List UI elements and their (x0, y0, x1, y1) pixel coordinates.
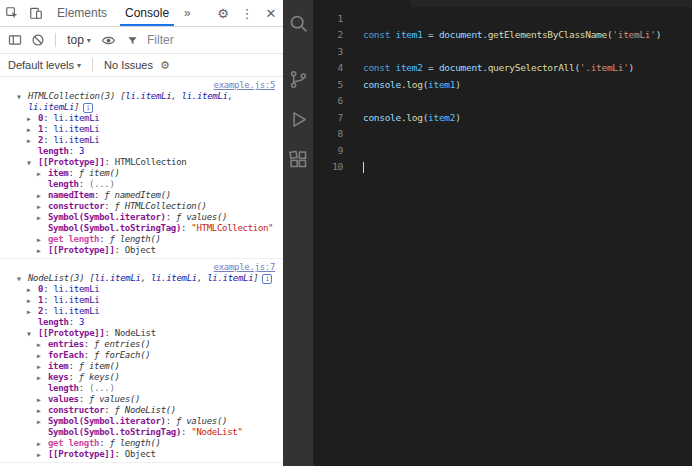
console-row: ▼[[Prototype]]: NodeList (0, 328, 283, 339)
token-key: item (48, 361, 68, 371)
javascript-context-dropdown[interactable]: top ▾ (62, 33, 96, 47)
token-node: li.itemLi (53, 306, 99, 316)
expand-arrow-icon[interactable]: ▶ (37, 246, 41, 257)
token-plain: : (115, 449, 125, 459)
device-toolbar-icon[interactable] (24, 0, 48, 26)
close-icon[interactable]: ✕ (259, 0, 283, 26)
console-row: ▶Symbol(Symbol.iterator): ƒ values() (0, 212, 283, 223)
code-line[interactable]: 3 (313, 43, 692, 60)
code-token-plain: ) (629, 62, 634, 73)
tab-elements[interactable]: Elements (48, 0, 116, 26)
info-icon[interactable]: i (262, 274, 272, 284)
search-icon[interactable] (283, 6, 313, 40)
inspect-element-icon[interactable] (0, 0, 24, 26)
token-plain: : (68, 168, 78, 178)
editor-pane: 12const item1 = document.getElementsByCl… (313, 0, 692, 466)
console-row: ▶entries: ƒ entries() (0, 339, 283, 350)
token-key: Symbol(Symbol.iterator) (48, 416, 166, 426)
token-plain: : (43, 135, 53, 145)
expand-arrow-icon[interactable]: ▶ (37, 450, 41, 461)
source-link[interactable]: example.js:7 (0, 262, 283, 273)
token-plain: : (79, 179, 89, 189)
console-row: Symbol(Symbol.toStringTag): "HTMLCollect… (0, 223, 283, 234)
settings-gear-icon[interactable]: ⚙ (211, 0, 235, 26)
info-icon[interactable]: i (83, 103, 93, 113)
token-nodei: li.itemLi (28, 102, 74, 112)
devtools-tabbar-actions: ⚙ ⋮ ✕ (211, 0, 283, 26)
issues-status[interactable]: No Issues (104, 59, 153, 71)
filter-funnel-icon (121, 35, 143, 46)
issues-gear-icon[interactable]: ⚙ (160, 59, 170, 72)
tab-console[interactable]: Console (116, 0, 178, 26)
code-line[interactable]: 9 (313, 142, 692, 159)
token-obj: NodeList(3) [ (28, 273, 95, 283)
clear-console-icon[interactable] (28, 33, 50, 47)
token-plain: Object (125, 245, 156, 255)
code-line[interactable]: 2const item1 = document.getElementsByCla… (313, 27, 692, 44)
token-key: [[Prototype]] (38, 328, 105, 338)
token-obj: , (228, 91, 233, 101)
run-debug-icon[interactable] (283, 102, 313, 136)
code-line[interactable]: 10 (313, 159, 692, 176)
console-sidebar-icon[interactable] (4, 33, 26, 47)
console-row: ▼[[Prototype]]: HTMLCollection (0, 157, 283, 168)
line-number: 10 (313, 161, 343, 172)
console-row: ▶item: ƒ item() (0, 168, 283, 179)
token-key: Symbol(Symbol.toStringTag) (48, 223, 181, 233)
console-levels-bar: Default levels ▾ No Issues ⚙ (0, 54, 283, 77)
devtools-tabs: ElementsConsole (48, 0, 178, 26)
console-entry: example.js:7▼NodeList(3) [li.itemLi, li.… (0, 259, 283, 463)
token-plain: : (105, 328, 115, 338)
token-plain: : (43, 124, 53, 134)
token-obj: , (141, 273, 151, 283)
filter-input[interactable] (145, 32, 279, 48)
code-token-fn: querySelectorAll (488, 62, 575, 73)
token-obj: ] (74, 102, 79, 112)
live-expression-eye-icon[interactable] (98, 33, 120, 48)
active-editor-tab[interactable] (313, 0, 411, 7)
more-tabs-icon[interactable]: » (178, 0, 197, 26)
code-line[interactable]: 4const item2 = document.querySelectorAll… (313, 60, 692, 77)
code-token-plain: ) (656, 29, 661, 40)
token-key: item (48, 168, 68, 178)
code-line[interactable]: 1 (313, 10, 692, 27)
token-key: Symbol(Symbol.toStringTag) (48, 427, 181, 437)
console-log[interactable]: example.js:5▼HTMLCollection(3) [li.itemL… (0, 77, 283, 466)
code-line[interactable]: 5console.log(item1) (313, 76, 692, 93)
token-fn: ƒ HTMLCollection() (115, 201, 207, 211)
log-levels-dropdown[interactable]: Default levels ▾ (8, 59, 81, 71)
token-plain: : (99, 438, 109, 448)
code-token-fn: log (406, 112, 422, 123)
code-text: console.log(item2) (343, 112, 461, 123)
more-options-icon[interactable]: ⋮ (235, 0, 259, 26)
token-key: forEach (48, 350, 84, 360)
console-row: ▶2: li.itemLi (0, 306, 283, 317)
extensions-icon[interactable] (283, 142, 313, 176)
editor-lines[interactable]: 12const item1 = document.getElementsByCl… (313, 7, 692, 466)
token-plain: : (104, 405, 114, 415)
token-key: length (48, 383, 79, 393)
token-key: namedItem (48, 190, 94, 200)
source-control-icon[interactable] (283, 62, 313, 96)
console-row: ▶get length: ƒ length() (0, 234, 283, 245)
token-plain: : (99, 234, 109, 244)
code-line[interactable]: 6 (313, 93, 692, 110)
token-key: Symbol(Symbol.iterator) (48, 212, 166, 222)
code-token-plain: ) (455, 79, 460, 90)
token-nodei: li.itemLi (207, 273, 253, 283)
token-plain: : (115, 245, 125, 255)
levels-divider (92, 58, 93, 72)
line-number: 1 (313, 13, 343, 24)
token-plain: : (69, 146, 79, 156)
source-link[interactable]: example.js:5 (0, 80, 283, 91)
line-number: 9 (313, 145, 343, 156)
console-row: ▶0: li.itemLi (0, 113, 283, 124)
code-line[interactable]: 8 (313, 126, 692, 143)
token-dots: (...) (89, 383, 115, 393)
token-str: "HTMLCollection" (191, 223, 273, 233)
token-plain: : (43, 306, 53, 316)
line-number: 6 (313, 95, 343, 106)
collapse-arrow-icon[interactable]: ▼ (17, 92, 21, 103)
code-line[interactable]: 7console.log(item2) (313, 109, 692, 126)
code-token-kw: const (363, 62, 396, 73)
